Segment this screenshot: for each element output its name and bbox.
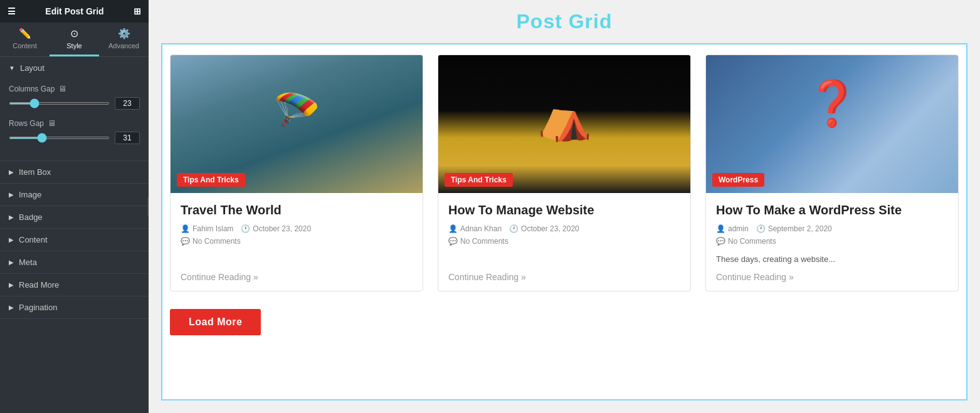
content-arrow-icon: ▶ xyxy=(9,236,14,243)
tab-advanced-label: Advanced xyxy=(108,42,139,50)
sidebar-title: Edit Post Grid xyxy=(45,6,103,16)
post-badge-3[interactable]: WordPress xyxy=(712,173,764,187)
post-title-2: How To Manage Website xyxy=(448,202,680,218)
columns-gap-input[interactable] xyxy=(115,97,140,110)
comments-icon-1: 💬 xyxy=(181,237,190,246)
image-header[interactable]: ▶ Image xyxy=(0,184,149,206)
image-arrow-icon: ▶ xyxy=(9,191,14,198)
page-title: Post Grid xyxy=(161,10,967,33)
date-text-3: September 2, 2020 xyxy=(768,224,832,233)
layout-arrow-icon: ▼ xyxy=(9,65,15,71)
badge-section: ▶ Badge xyxy=(0,206,149,229)
tab-content-label: Content xyxy=(13,42,37,50)
post-image-3: WordPress xyxy=(706,55,958,193)
post-card-2: Tips And Tricks How To Manage Website 👤 … xyxy=(438,55,691,291)
hamburger-icon[interactable]: ☰ xyxy=(8,6,16,16)
style-tab-icon: ⊙ xyxy=(70,28,78,39)
pagination-label: Pagination xyxy=(19,303,57,312)
item-box-header[interactable]: ▶ Item Box xyxy=(0,161,149,183)
columns-gap-text: Columns Gap xyxy=(9,85,55,93)
post-card-3: WordPress How To Make a WordPress Site 👤… xyxy=(705,55,959,291)
content-section: ▶ Content xyxy=(0,229,149,251)
meta-arrow-icon: ▶ xyxy=(9,259,14,266)
rows-gap-input[interactable] xyxy=(115,132,140,144)
post-body-1: Travel The World 👤 Fahim Islam 🕐 October… xyxy=(171,193,423,291)
tab-content[interactable]: ✏️ Content xyxy=(0,23,50,56)
badge-arrow-icon: ▶ xyxy=(9,214,14,221)
post-image-1: Tips And Tricks xyxy=(171,55,423,193)
layout-section-header[interactable]: ▼ Layout xyxy=(0,57,149,79)
layout-section: ▼ Layout Columns Gap 🖥 Rows Gap 🖥 xyxy=(0,57,149,161)
post-body-3: How To Make a WordPress Site 👤 admin 🕐 S… xyxy=(706,193,958,291)
post-title-3: How To Make a WordPress Site xyxy=(716,202,948,218)
comments-icon-3: 💬 xyxy=(716,237,725,246)
comments-text-1: No Comments xyxy=(192,237,241,246)
rows-gap-slider-container xyxy=(9,132,140,144)
post-badge-2[interactable]: Tips And Tricks xyxy=(445,173,513,187)
tab-style[interactable]: ⊙ Style xyxy=(50,23,99,56)
date-icon-1: 🕐 xyxy=(241,224,250,233)
tab-advanced[interactable]: ⚙️ Advanced xyxy=(99,23,149,56)
rows-gap-monitor-icon[interactable]: 🖥 xyxy=(48,118,56,128)
comments-icon-2: 💬 xyxy=(448,237,458,246)
author-icon-1: 👤 xyxy=(181,224,190,233)
tab-style-label: Style xyxy=(66,42,82,50)
main-content: Post Grid Tips And Tricks Travel The Wor… xyxy=(149,0,980,413)
grid-icon[interactable]: ⊞ xyxy=(134,6,141,16)
continue-reading-2[interactable]: Continue Reading » xyxy=(448,272,680,282)
author-name-2: Adnan Khan xyxy=(460,224,502,233)
sidebar-header: ☰ Edit Post Grid ⊞ xyxy=(0,0,149,23)
continue-reading-1[interactable]: Continue Reading » xyxy=(181,272,413,282)
post-date-2: 🕐 October 23, 2020 xyxy=(509,224,579,233)
image-section: ▶ Image xyxy=(0,184,149,206)
post-meta-3: 👤 admin 🕐 September 2, 2020 xyxy=(716,224,948,233)
post-date-1: 🕐 October 23, 2020 xyxy=(241,224,311,233)
post-badge-1[interactable]: Tips And Tricks xyxy=(177,173,245,187)
sidebar-collapse-handle[interactable]: ‹ xyxy=(147,197,149,216)
pagination-section: ▶ Pagination xyxy=(0,296,149,319)
rows-gap-slider[interactable] xyxy=(9,137,110,139)
read-more-section: ▶ Read More xyxy=(0,274,149,296)
post-card-1: Tips And Tricks Travel The World 👤 Fahim… xyxy=(170,55,423,291)
item-box-arrow-icon: ▶ xyxy=(9,169,14,175)
post-body-2: How To Manage Website 👤 Adnan Khan 🕐 Oct… xyxy=(438,193,690,291)
columns-gap-row: Columns Gap 🖥 xyxy=(9,84,140,93)
meta-label: Meta xyxy=(19,258,37,267)
post-title-1: Travel The World xyxy=(181,202,413,218)
author-icon-2: 👤 xyxy=(448,224,458,233)
columns-gap-slider[interactable] xyxy=(9,102,110,105)
post-comments-2: 💬 No Comments xyxy=(448,237,680,246)
post-date-3: 🕐 September 2, 2020 xyxy=(756,224,832,233)
post-meta-1: 👤 Fahim Islam 🕐 October 23, 2020 xyxy=(181,224,413,233)
meta-header[interactable]: ▶ Meta xyxy=(0,251,149,273)
columns-gap-slider-container xyxy=(9,97,140,110)
date-icon-2: 🕐 xyxy=(509,224,519,233)
pagination-header[interactable]: ▶ Pagination xyxy=(0,296,149,318)
rows-gap-text: Rows Gap xyxy=(9,119,44,128)
read-more-header[interactable]: ▶ Read More xyxy=(0,274,149,296)
post-author-2: 👤 Adnan Khan xyxy=(448,224,502,233)
grid-wrapper: Tips And Tricks Travel The World 👤 Fahim… xyxy=(161,43,967,400)
image-label: Image xyxy=(19,190,41,199)
post-image-2: Tips And Tricks xyxy=(438,55,690,193)
author-name-1: Fahim Islam xyxy=(192,224,233,233)
content-section-header[interactable]: ▶ Content xyxy=(0,229,149,251)
author-name-3: admin xyxy=(728,224,749,233)
continue-reading-3[interactable]: Continue Reading » xyxy=(716,272,948,282)
comments-text-2: No Comments xyxy=(460,237,508,246)
load-more-button[interactable]: Load More xyxy=(170,309,261,335)
rows-gap-label: Rows Gap 🖥 xyxy=(9,118,56,128)
post-comments-1: 💬 No Comments xyxy=(181,237,413,246)
layout-label: Layout xyxy=(20,63,45,73)
pagination-arrow-icon: ▶ xyxy=(9,304,14,311)
content-tab-icon: ✏️ xyxy=(19,28,31,39)
date-text-1: October 23, 2020 xyxy=(253,224,311,233)
read-more-label: Read More xyxy=(19,280,59,290)
item-box-section: ▶ Item Box xyxy=(0,161,149,184)
sidebar-tabs: ✏️ Content ⊙ Style ⚙️ Advanced xyxy=(0,23,149,57)
post-comments-3: 💬 No Comments xyxy=(716,237,948,246)
post-excerpt-3: These days, creating a website... xyxy=(716,253,948,266)
badge-header[interactable]: ▶ Badge xyxy=(0,206,149,228)
columns-gap-monitor-icon[interactable]: 🖥 xyxy=(58,84,66,93)
columns-gap-label: Columns Gap 🖥 xyxy=(9,84,66,93)
